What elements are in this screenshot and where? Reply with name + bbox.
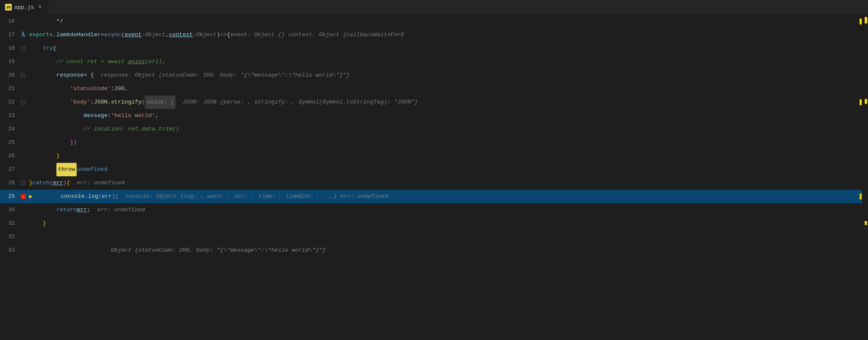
line-16: 16 */	[0, 15, 862, 28]
gutter-19	[19, 55, 27, 69]
gutter-28[interactable]: −	[19, 176, 27, 190]
line-31: 31 }	[0, 217, 862, 230]
line-code-29: ▶ console.log(err); console: Object {log…	[27, 190, 859, 203]
throw-highlight: throw	[56, 163, 77, 176]
line-29: 29 ▶ console.log(err); console: Object {…	[0, 190, 862, 203]
line-32: 32	[0, 230, 862, 244]
line-code-17: exports.lambdaHandler = async (event :Ob…	[27, 28, 862, 42]
line-code-25: })	[27, 136, 862, 149]
breakpoint-inner-29	[22, 196, 24, 198]
tab-close-button[interactable]: ×	[37, 4, 43, 11]
fold-icon-22[interactable]: −	[21, 100, 25, 104]
line-code-28: } catch (err) { err: undefined	[27, 176, 862, 190]
debug-arrow-icon: ▶	[29, 190, 32, 203]
line-code-18: try {	[27, 42, 862, 55]
line-22: 22 − 'body': JSON.stringify(value: { JSO…	[0, 96, 862, 109]
line-number-29: 29	[0, 190, 19, 203]
gutter-26	[19, 149, 27, 163]
fold-icon-28[interactable]: −	[21, 181, 25, 185]
line-code-26: }	[27, 149, 862, 163]
gutter-16	[19, 15, 27, 28]
scrollbar-indicator-3	[865, 221, 867, 225]
line-number-23: 23	[0, 109, 19, 122]
editor-container: JS app.js × 16 */ 17	[0, 0, 868, 340]
scroll-indicator-yellow-2	[860, 99, 862, 105]
right-gutter-16	[859, 15, 862, 28]
tab-filename: app.js	[14, 4, 34, 11]
line-number-30: 30	[0, 203, 19, 217]
gutter-33	[19, 244, 27, 257]
breakpoint-icon-29	[20, 194, 26, 199]
line-number-25: 25	[0, 136, 19, 149]
line-code-24: // location: ret.data.trim()	[27, 122, 862, 136]
line-number-20: 20	[0, 69, 19, 82]
line-28: 28 − } catch (err) { err: undefined	[0, 176, 862, 190]
lambda-icon: λ	[21, 31, 25, 39]
line-30: 30 return err; err: undefined	[0, 203, 862, 217]
gutter-31	[19, 217, 27, 230]
gutter-24	[19, 122, 27, 136]
line-number-21: 21	[0, 82, 19, 96]
tab-bar: JS app.js ×	[0, 0, 868, 15]
line-number-24: 24	[0, 122, 19, 136]
line-17: 17 λ exports.lambdaHandler = async (even…	[0, 28, 862, 42]
line-code-22: 'body': JSON.stringify(value: { JSON: JS…	[27, 96, 859, 109]
line-code-16: */	[27, 15, 859, 28]
scroll-indicator-yellow-1	[860, 19, 862, 24]
line-33: 33 Object {statusCode: 200, body: "{\"me…	[0, 244, 862, 257]
line-number-17: 17	[0, 28, 19, 42]
gutter-30	[19, 203, 27, 217]
right-gutter-22	[859, 96, 862, 109]
js-file-icon: JS	[5, 4, 12, 11]
gutter-21	[19, 82, 27, 96]
scrollbar-indicator-1	[865, 17, 867, 24]
gutter-23	[19, 109, 27, 122]
line-number-26: 26	[0, 149, 19, 163]
line-number-27: 27	[0, 163, 19, 176]
gutter-27	[19, 163, 27, 176]
line-26: 26 }	[0, 149, 862, 163]
line-number-19: 19	[0, 55, 19, 69]
code-area: 16 */ 17 λ exports.lambdaHandler = async…	[0, 15, 868, 340]
line-number-31: 31	[0, 217, 19, 230]
line-code-23: message: 'hello world',	[27, 109, 862, 122]
gutter-32	[19, 230, 27, 244]
gutter-17: λ	[19, 28, 27, 42]
line-24: 24 // location: ret.data.trim()	[0, 122, 862, 136]
line-code-31: }	[27, 217, 862, 230]
line-code-30: return err; err: undefined	[27, 203, 862, 217]
line-code-27: throw undefined	[27, 163, 862, 176]
right-scrollbar[interactable]	[862, 15, 868, 340]
line-code-21: 'statusCode': 200,	[27, 82, 862, 96]
breakpoint-container-29	[19, 190, 27, 203]
line-number-16: 16	[0, 15, 19, 28]
fold-icon-18[interactable]: −	[21, 46, 25, 50]
gutter-22[interactable]: −	[19, 96, 27, 109]
line-code-33: Object {statusCode: 200, body: "{\"messa…	[27, 244, 862, 257]
gutter-29	[19, 190, 27, 203]
line-25: 25 })	[0, 136, 862, 149]
line-number-32: 32	[0, 230, 19, 244]
line-number-28: 28	[0, 176, 19, 190]
gutter-20[interactable]: −	[19, 69, 27, 82]
gutter-18[interactable]: −	[19, 42, 27, 55]
line-code-19: // const ret = await axios(url);	[27, 55, 862, 69]
scrollbar-indicator-2	[865, 99, 867, 104]
gutter-25	[19, 136, 27, 149]
line-19: 19 // const ret = await axios(url);	[0, 55, 862, 69]
right-gutter-29	[859, 190, 862, 203]
line-23: 23 message: 'hello world',	[0, 109, 862, 122]
line-27: 27 throw undefined	[0, 163, 862, 176]
code-lines: 16 */ 17 λ exports.lambdaHandler = async…	[0, 15, 862, 340]
line-number-18: 18	[0, 42, 19, 55]
line-code-20: response = { response: Object {statusCod…	[27, 69, 862, 82]
line-number-33: 33	[0, 244, 19, 257]
tooltip-value: value: {	[145, 96, 176, 109]
line-20: 20 − response = { response: Object {stat…	[0, 69, 862, 82]
line-18: 18 − try {	[0, 42, 862, 55]
tab-app-js[interactable]: JS app.js ×	[0, 0, 49, 15]
scroll-indicator-yellow-3	[860, 194, 862, 199]
fold-icon-20[interactable]: −	[21, 73, 25, 77]
line-code-32	[27, 230, 862, 244]
line-number-22: 22	[0, 96, 19, 109]
